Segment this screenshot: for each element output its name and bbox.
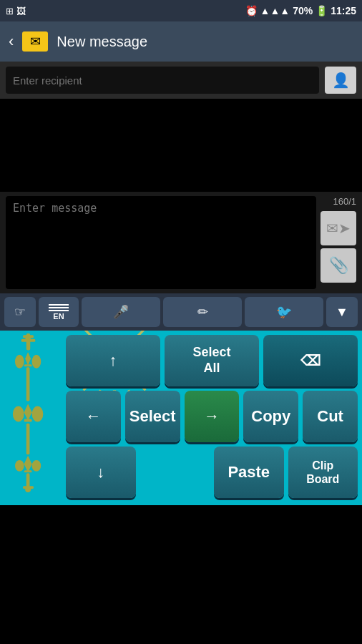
left-arrow-icon: ←	[85, 407, 101, 426]
status-icons-left: ⊞ 🖼	[6, 6, 26, 16]
mic-button[interactable]: 🎤	[82, 297, 160, 327]
image-icon: 🖼	[16, 6, 26, 16]
paste-key[interactable]: Paste	[214, 447, 284, 498]
page-title: New message	[57, 34, 147, 50]
message-area: 160/1 ✉➤ 📎	[0, 192, 362, 293]
keyboard-row-1: ↑ SelectAll ⌫	[4, 335, 358, 386]
clipboard-label: ClipBoard	[306, 459, 339, 486]
recipient-area: 👤	[0, 62, 362, 99]
status-bar: ⊞ 🖼 ⏰ ▲▲▲ 70% 🔋 11:25	[0, 0, 362, 21]
select-key[interactable]: Select	[125, 391, 180, 442]
recipient-input[interactable]	[6, 67, 319, 94]
twitter-button[interactable]: 🐦	[245, 297, 323, 327]
alarm-icon: ⏰	[245, 5, 258, 16]
right-arrow-key[interactable]: →	[185, 391, 240, 442]
gesture-button[interactable]: ☞	[4, 297, 36, 327]
paperclip-icon: 📎	[329, 256, 348, 275]
cut-label: Cut	[317, 407, 343, 426]
clipboard-key[interactable]: ClipBoard	[288, 447, 358, 498]
email-icon: ✉	[22, 31, 48, 52]
grid-icon: ⊞	[6, 6, 14, 16]
down-arrow-icon: ↓	[97, 463, 104, 482]
delete-key[interactable]: ⌫	[263, 335, 358, 386]
keyboard-hide-button[interactable]: ▼	[326, 297, 358, 327]
select-label: Select	[129, 407, 176, 426]
battery-icon: 🔋	[315, 5, 328, 16]
battery-percent: 70%	[293, 5, 313, 16]
pen-icon: ✏	[197, 304, 208, 320]
hand-icon: ☞	[14, 304, 26, 320]
app-header: ‹ ✉ New message	[0, 21, 362, 62]
send-button[interactable]: ✉➤	[321, 211, 356, 245]
keyboard-toolbar: ☞ EN 🎤 ✏ 🐦 ▼	[0, 293, 362, 331]
twitter-icon: 🐦	[276, 304, 292, 320]
chevron-down-icon: ▼	[336, 305, 348, 320]
cut-key[interactable]: Cut	[303, 391, 358, 442]
mic-icon: 🎤	[113, 304, 129, 320]
language-button[interactable]: EN	[39, 297, 79, 327]
paste-label: Paste	[228, 463, 270, 482]
signal-icon: ▲▲▲	[260, 5, 290, 16]
back-button[interactable]: ‹	[9, 32, 14, 51]
time-display: 11:25	[331, 5, 356, 16]
copy-key[interactable]: Copy	[243, 391, 298, 442]
up-arrow-key[interactable]: ↑	[66, 335, 160, 386]
char-count: 160/1	[333, 196, 356, 207]
contact-picker-button[interactable]: 👤	[325, 67, 356, 94]
message-actions: 160/1 ✉➤ 📎	[321, 196, 356, 283]
left-arrow-key[interactable]: ←	[66, 391, 121, 442]
down-arrow-key[interactable]: ↓	[66, 447, 136, 498]
black-area	[0, 99, 362, 192]
up-arrow-icon: ↑	[109, 351, 117, 370]
attach-button[interactable]: 📎	[321, 248, 356, 283]
status-icons-right: ⏰ ▲▲▲ 70% 🔋 11:25	[245, 5, 356, 16]
pen-button[interactable]: ✏	[163, 297, 242, 327]
send-icon: ✉➤	[326, 220, 351, 237]
language-label: EN	[53, 312, 64, 321]
keyboard: ↑ SelectAll ⌫ ← Select → Copy Cut ↓	[0, 331, 362, 505]
keyboard-row-2: ← Select → Copy Cut	[4, 391, 358, 442]
keyboard-row-3: ↓ Paste ClipBoard	[4, 447, 358, 498]
message-input[interactable]	[6, 196, 316, 289]
person-icon: 👤	[332, 72, 350, 89]
backspace-icon: ⌫	[300, 352, 321, 369]
select-all-label: SelectAll	[192, 345, 230, 376]
right-arrow-icon: →	[204, 407, 220, 426]
copy-label: Copy	[251, 407, 290, 426]
select-all-key[interactable]: SelectAll	[165, 335, 259, 386]
